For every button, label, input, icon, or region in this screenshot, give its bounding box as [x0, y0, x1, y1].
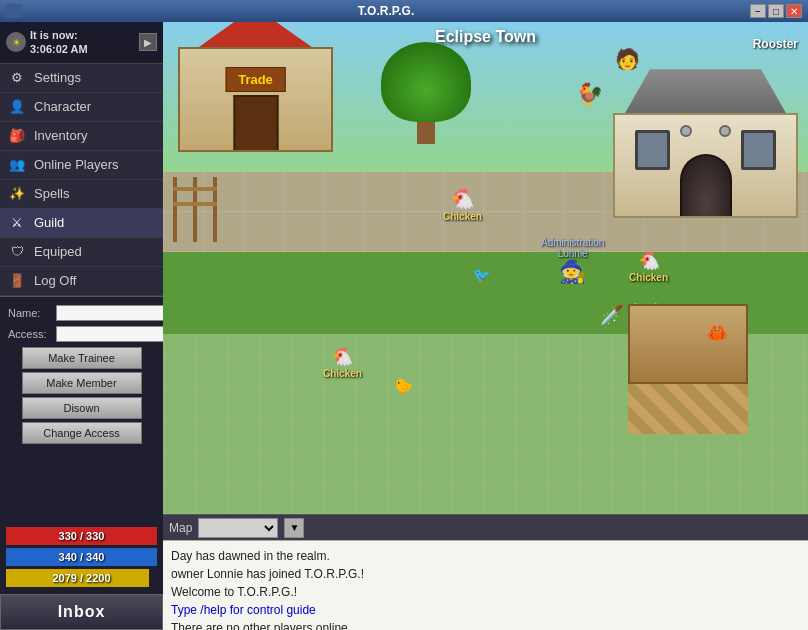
fence-rail-2 [173, 202, 217, 206]
equiped-icon: 🛡 [8, 243, 26, 261]
hp-bar-row: 330 / 330 [6, 527, 157, 545]
sidebar-item-equiped[interactable]: 🛡 Equiped [0, 238, 163, 267]
sidebar-item-online-players[interactable]: 👥 Online Players [0, 151, 163, 180]
rooster-label: Rooster [613, 37, 798, 51]
clock-time: 3:06:02 AM [30, 42, 88, 56]
clock-icon: ☀ [6, 32, 26, 52]
map-select[interactable] [198, 518, 278, 538]
monster-sprite: 🦀 [706, 322, 728, 344]
guild-label: Guild [34, 215, 64, 230]
disown-button[interactable]: Disown [22, 397, 142, 419]
fence-rail-1 [173, 187, 217, 191]
chicken3-sprite: 🐔 Chicken [323, 346, 362, 379]
clock-area: ☀ It is now: 3:06:02 AM ▶ [0, 22, 163, 64]
sidebar-item-guild[interactable]: ⚔ Guild [0, 209, 163, 238]
trade-sign: Trade [225, 67, 286, 92]
name-label: Name: [8, 307, 52, 319]
yellow-bird: 🐤 [393, 377, 413, 396]
chicken3-icon: 🐔 [323, 346, 362, 368]
chat-line-0: Day has dawned in the realm. [171, 547, 800, 565]
chat-line-3: Type /help for control guide [171, 601, 800, 619]
trade-walls: Trade [178, 47, 333, 152]
bottom-building [628, 304, 748, 434]
trade-building: Trade [178, 47, 333, 152]
character-label: Character [34, 99, 91, 114]
app-icon [6, 4, 22, 18]
building-roof [613, 53, 798, 118]
window-right [741, 130, 776, 170]
inventory-icon: 🎒 [8, 127, 26, 145]
chicken1-sprite: 🐔 Chicken [443, 187, 482, 222]
sidebar-item-log-off[interactable]: 🚪 Log Off [0, 267, 163, 296]
online-players-label: Online Players [34, 157, 119, 172]
tree-canopy [381, 42, 471, 122]
maximize-button[interactable]: □ [768, 4, 784, 18]
equiped-label: Equiped [34, 244, 82, 259]
armored-char1: 🗡️ [600, 302, 625, 326]
rooster-building: Rooster [613, 37, 798, 218]
spells-icon: ✨ [8, 185, 26, 203]
player-icon: 🧑 [615, 47, 640, 71]
make-member-button[interactable]: Make Member [22, 372, 142, 394]
rooster-sprite: 🐓 [576, 82, 603, 108]
guild-panel: Name: Access: Make Trainee Make Member D… [0, 296, 163, 523]
sidebar-item-character[interactable]: 👤 Character [0, 93, 163, 122]
chicken3-label: Chicken [323, 368, 362, 379]
bird-icon: 🐦 [473, 267, 490, 283]
map-bar: Map ▼ [163, 514, 808, 540]
sidebar-item-spells[interactable]: ✨ Spells [0, 180, 163, 209]
admin-label: AdministrationLonnie [541, 237, 604, 259]
bird-sprite: 🐦 [473, 267, 490, 283]
sidebar-item-settings[interactable]: ⚙ Settings [0, 64, 163, 93]
game-area: Eclipse Town Trade Rooster [163, 22, 808, 630]
trade-door [233, 95, 278, 150]
xp-text: 2079 / 2200 [52, 572, 110, 584]
mp-text: 340 / 340 [59, 551, 105, 563]
bottom-building-base [628, 384, 748, 434]
rooster-icon: 🐓 [576, 82, 603, 108]
chicken1-label: Chicken [443, 211, 482, 222]
inbox-button[interactable]: Inbox [0, 594, 163, 630]
chat-line-2: Welcome to T.O.R.P.G.! [171, 583, 800, 601]
window-left [635, 130, 670, 170]
bottom-building-walls [628, 304, 748, 384]
chicken2-label: Chicken [629, 272, 668, 283]
clock-label: It is now: [30, 28, 88, 42]
game-canvas[interactable]: Eclipse Town Trade Rooster [163, 22, 808, 514]
guild-icon: ⚔ [8, 214, 26, 232]
map-label: Map [169, 521, 192, 535]
sidebar: ☀ It is now: 3:06:02 AM ▶ ⚙ Settings 👤 C… [0, 22, 163, 630]
tree [381, 42, 471, 144]
chicken2-sprite: 🐔 Chicken [629, 250, 668, 283]
map-dropdown-arrow[interactable]: ▼ [284, 518, 304, 538]
window-controls: − □ ✕ [750, 4, 802, 18]
access-field-row: Access: [8, 326, 155, 342]
circle-deco1 [680, 125, 692, 137]
admin-sprite: 🧙 [541, 259, 604, 285]
minimize-button[interactable]: − [750, 4, 766, 18]
menu-items: ⚙ Settings 👤 Character 🎒 Inventory 👥 Onl… [0, 64, 163, 296]
log-off-label: Log Off [34, 273, 76, 288]
yellow-bird-icon: 🐤 [393, 377, 413, 396]
close-button[interactable]: ✕ [786, 4, 802, 18]
sidebar-item-inventory[interactable]: 🎒 Inventory [0, 122, 163, 151]
make-trainee-button[interactable]: Make Trainee [22, 347, 142, 369]
access-label: Access: [8, 328, 52, 340]
monster-icon: 🦀 [706, 322, 728, 344]
admin-character: AdministrationLonnie 🧙 [541, 237, 604, 285]
circle-deco2 [719, 125, 731, 137]
building-walls [613, 113, 798, 218]
settings-label: Settings [34, 70, 81, 85]
chat-line-4: There are no other players online. [171, 619, 800, 630]
title-bar: T.O.R.P.G. − □ ✕ [0, 0, 808, 22]
log-off-icon: 🚪 [8, 272, 26, 290]
xp-bar-row: 2079 / 2200 [6, 569, 157, 587]
player-sprite-top: 🧑 [615, 47, 640, 71]
stats-area: 330 / 330 340 / 340 2079 / 2200 [0, 523, 163, 594]
chicken2-icon: 🐔 [629, 250, 668, 272]
change-access-button[interactable]: Change Access [22, 422, 142, 444]
character-icon: 👤 [8, 98, 26, 116]
clock-toggle[interactable]: ▶ [139, 33, 157, 51]
chicken1-icon: 🐔 [443, 187, 482, 211]
mp-bar-row: 340 / 340 [6, 548, 157, 566]
